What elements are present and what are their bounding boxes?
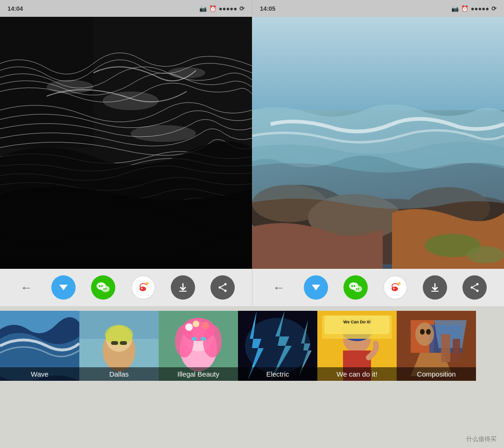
sync-icon: ⟳: [239, 5, 245, 12]
share-icon-r: [469, 282, 480, 293]
svg-point-23: [105, 288, 107, 290]
svg-rect-7: [252, 17, 504, 110]
left-status-icons: 📷 ⏰ ●●●●● ⟳: [199, 5, 245, 12]
weibo-icon: [135, 280, 151, 295]
left-time: 14:04: [7, 5, 23, 12]
svg-rect-78: [324, 315, 390, 334]
right-status-icons: 📷 ⏰ ●●●●● ⟳: [451, 5, 497, 12]
signal-icon-r: ●●●●●: [471, 5, 489, 12]
left-back-button[interactable]: ←: [17, 278, 36, 297]
gallery-item-beauty[interactable]: Illegal Beauty: [159, 311, 238, 381]
svg-rect-58: [120, 341, 127, 345]
svg-point-5: [47, 80, 93, 94]
svg-point-26: [141, 288, 142, 289]
gallery-item-electric[interactable]: Electric: [238, 311, 317, 381]
svg-point-66: [193, 321, 199, 327]
right-download-button[interactable]: [423, 275, 447, 300]
svg-point-30: [219, 287, 221, 289]
left-image-panel[interactable]: [0, 17, 252, 269]
gallery: Wave Dallas: [0, 306, 504, 448]
action-bars: ←: [0, 269, 504, 306]
svg-marker-17: [59, 285, 68, 290]
svg-point-31: [224, 290, 227, 292]
right-image-panel[interactable]: [252, 17, 504, 269]
svg-point-6: [131, 125, 196, 142]
main-images: [0, 17, 504, 269]
svg-point-56: [105, 325, 133, 345]
svg-point-47: [471, 287, 473, 289]
svg-point-44: [399, 285, 399, 286]
camera-icon: 📷: [199, 5, 207, 12]
right-time: 14:05: [260, 5, 275, 12]
svg-point-16: [467, 246, 504, 263]
right-status-bar: 14:05 📷 ⏰ ●●●●● ⟳: [252, 0, 504, 17]
alarm-icon: ⏰: [209, 5, 217, 12]
svg-line-50: [473, 288, 477, 290]
gallery-item-dallas[interactable]: Dallas: [79, 311, 159, 381]
svg-point-65: [185, 323, 193, 331]
right-triangle-button[interactable]: [304, 275, 328, 300]
alarm-icon-r: ⏰: [461, 5, 469, 12]
svg-point-3: [103, 91, 159, 110]
svg-point-27: [147, 285, 147, 286]
beauty-label: Illegal Beauty: [159, 367, 238, 381]
left-download-button[interactable]: [171, 275, 195, 300]
svg-rect-85: [441, 334, 450, 362]
svg-point-46: [476, 283, 479, 286]
right-weibo-button[interactable]: [383, 275, 407, 300]
svg-point-71: [245, 318, 310, 374]
electric-label: Electric: [238, 367, 317, 381]
svg-rect-57: [111, 341, 118, 345]
svg-line-49: [473, 285, 477, 287]
wechat-icon: [96, 281, 110, 294]
download-icon: [177, 282, 189, 293]
svg-line-32: [221, 285, 224, 287]
svg-text:We Can Do It!: We Can Do It!: [343, 320, 371, 324]
gallery-item-composition[interactable]: Composition: [397, 311, 476, 381]
gallery-item-wave[interactable]: Wave: [0, 311, 79, 381]
wave-label: Wave: [0, 367, 79, 381]
svg-rect-28: [179, 291, 187, 292]
left-wechat-button[interactable]: [91, 275, 115, 300]
composition-label: Composition: [397, 367, 476, 381]
left-status-bar: 14:04 📷 ⏰ ●●●●● ⟳: [0, 0, 252, 17]
status-bars: 14:04 📷 ⏰ ●●●●● ⟳ 14:05 📷 ⏰ ●●●●● ⟳: [0, 0, 504, 17]
svg-point-48: [476, 290, 479, 292]
gallery-item-wecandoit[interactable]: We Can Do It! We Can Do It! We can do it…: [317, 311, 397, 381]
triangle-down-icon-r: [310, 282, 322, 293]
left-weibo-button[interactable]: [131, 275, 155, 300]
svg-point-87: [415, 322, 434, 346]
svg-point-29: [224, 283, 227, 286]
svg-rect-45: [431, 291, 439, 292]
share-icon: [217, 282, 228, 293]
dallas-label: Dallas: [79, 367, 159, 381]
right-wechat-button[interactable]: [343, 275, 368, 300]
left-triangle-button[interactable]: [51, 275, 76, 300]
left-action-bar: ←: [0, 269, 252, 306]
svg-point-22: [104, 288, 105, 290]
svg-point-25: [140, 287, 146, 291]
triangle-down-icon: [58, 282, 69, 293]
svg-rect-86: [453, 339, 460, 362]
svg-point-42: [392, 287, 398, 291]
download-icon-r: [429, 282, 441, 293]
svg-point-69: [201, 337, 206, 341]
left-share-button[interactable]: [210, 275, 235, 300]
svg-line-33: [221, 288, 224, 290]
svg-point-43: [393, 288, 395, 289]
weibo-icon-r: [387, 280, 403, 295]
wechat-icon-r: [349, 281, 363, 294]
svg-point-88: [420, 329, 425, 335]
right-back-button[interactable]: ←: [270, 278, 288, 297]
svg-point-19: [99, 285, 101, 287]
svg-point-39: [356, 288, 357, 290]
svg-point-36: [351, 285, 353, 287]
svg-point-68: [191, 337, 197, 341]
right-share-button[interactable]: [462, 275, 487, 300]
svg-point-64: [203, 325, 222, 357]
svg-point-89: [426, 329, 431, 335]
camera-icon-r: 📷: [451, 5, 459, 12]
right-action-bar: ←: [252, 269, 504, 306]
watermark: 什么值得买: [466, 435, 497, 443]
signal-icon: ●●●●●: [219, 5, 237, 12]
